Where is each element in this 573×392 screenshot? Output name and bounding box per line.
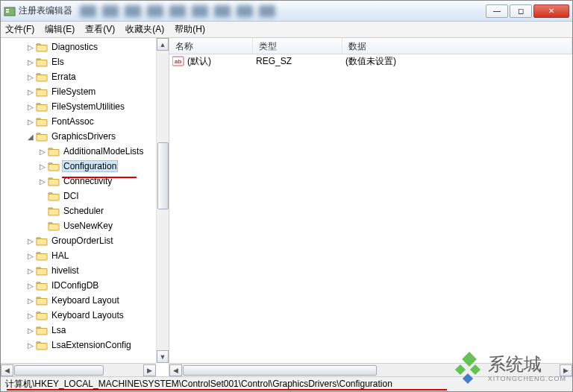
tree-label: IDConfigDB — [50, 280, 100, 291]
column-type[interactable]: 类型 — [253, 38, 342, 54]
expander-icon[interactable]: ▷ — [26, 117, 35, 126]
list-scroll-left-arrow[interactable]: ◀ — [169, 364, 182, 376]
menu-help[interactable]: 帮助(H) — [175, 23, 205, 36]
tree-node-diagnostics[interactable]: ▷Diagnostics — [2, 39, 169, 54]
tree-horizontal-scrollbar[interactable]: ◀ ▶ — [1, 363, 156, 376]
titlebar-blur — [80, 5, 484, 17]
tree-label: GraphicsDrivers — [50, 131, 117, 142]
scroll-down-arrow[interactable]: ▼ — [157, 350, 169, 363]
scroll-left-arrow[interactable]: ◀ — [1, 364, 13, 376]
close-button[interactable]: ✕ — [533, 4, 569, 18]
list-body[interactable]: ab (默认) REG_SZ (数值未设置) — [169, 54, 572, 363]
tree-label: FileSystem — [50, 86, 97, 97]
tree-label: DCI — [62, 191, 81, 201]
cell-data: (数值未设置) — [345, 55, 396, 68]
tree-node-els[interactable]: ▷Els — [2, 54, 169, 69]
statusbar: 计算机\HKEY_LOCAL_MACHINE\SYSTEM\ControlSet… — [1, 376, 572, 391]
tree-label: hivelist — [50, 265, 81, 276]
svg-rect-1 — [6, 9, 9, 10]
expander-icon[interactable]: ▷ — [26, 341, 35, 350]
tree-label: Keyboard Layouts — [50, 310, 125, 320]
tree-node-scheduler[interactable]: Scheduler — [2, 203, 169, 218]
menu-view[interactable]: 查看(V) — [85, 23, 115, 36]
minimize-button[interactable]: — — [486, 4, 508, 18]
client-area: ▷Diagnostics▷Els▷Errata▷FileSystem▷FileS… — [1, 38, 572, 376]
tree-node-grouporderlist[interactable]: ▷GroupOrderList — [2, 233, 169, 248]
tree-label: FontAssoc — [50, 116, 96, 127]
tree-node-filesystem[interactable]: ▷FileSystem — [2, 84, 169, 99]
expander-icon[interactable]: ▷ — [26, 281, 35, 290]
string-value-icon: ab — [172, 56, 184, 66]
tree-node-idconfigdb[interactable]: ▷IDConfigDB — [2, 278, 169, 293]
expander-icon[interactable] — [38, 192, 47, 200]
expander-icon[interactable]: ▷ — [38, 162, 47, 171]
svg-text:ab: ab — [175, 58, 181, 65]
scroll-right-arrow[interactable]: ▶ — [143, 364, 156, 376]
list-row[interactable]: ab (默认) REG_SZ (数值未设置) — [169, 54, 572, 68]
tree-pane: ▷Diagnostics▷Els▷Errata▷FileSystem▷FileS… — [1, 38, 169, 376]
tree-label: FileSystemUtilities — [50, 101, 126, 112]
tree-node-hivelist[interactable]: ▷hivelist — [2, 263, 169, 278]
expander-icon[interactable] — [38, 221, 47, 230]
tree-node-dci[interactable]: DCI — [2, 189, 169, 203]
expander-icon[interactable]: ▷ — [26, 72, 35, 81]
list-pane: 名称 类型 数据 ab (默认) REG_SZ (数值未设置) ◀ ▶ — [169, 38, 572, 376]
scroll-up-arrow[interactable]: ▲ — [157, 38, 169, 51]
expander-icon[interactable]: ▷ — [26, 266, 35, 275]
menu-favorites[interactable]: 收藏夹(A) — [125, 23, 164, 36]
tree-label: Scheduler — [62, 206, 105, 216]
tree-node-lsa[interactable]: ▷Lsa — [2, 323, 169, 338]
expander-icon[interactable]: ▷ — [26, 326, 35, 335]
tree-node-additionalmodelists[interactable]: ▷AdditionalModeLists — [2, 144, 169, 159]
tree-node-graphicsdrivers[interactable]: ◢GraphicsDrivers — [2, 129, 169, 144]
tree-node-lsaextensionconfig[interactable]: ▷LsaExtensionConfig — [2, 338, 169, 353]
tree-label: GroupOrderList — [50, 235, 115, 246]
cell-name: (默认) — [187, 55, 256, 68]
tree-vertical-scrollbar[interactable]: ▲ ▼ — [156, 38, 169, 363]
list-scroll-right-arrow[interactable]: ▶ — [560, 364, 572, 376]
expander-icon[interactable]: ▷ — [26, 42, 35, 51]
expander-icon[interactable] — [38, 206, 47, 215]
registry-tree[interactable]: ▷Diagnostics▷Els▷Errata▷FileSystem▷FileS… — [1, 38, 169, 354]
expander-icon[interactable]: ▷ — [26, 296, 35, 305]
list-header: 名称 类型 数据 — [169, 38, 572, 54]
expander-icon[interactable]: ▷ — [26, 57, 35, 66]
expander-icon[interactable]: ▷ — [38, 147, 47, 156]
tree-label: Lsa — [50, 325, 67, 335]
titlebar: 注册表编辑器 — ◻ ✕ — [1, 1, 572, 22]
tree-node-errata[interactable]: ▷Errata — [2, 69, 169, 84]
menu-file[interactable]: 文件(F) — [5, 23, 34, 36]
expander-icon[interactable]: ▷ — [26, 236, 35, 245]
svg-rect-2 — [6, 11, 9, 13]
tree-label: UseNewKey — [62, 221, 114, 231]
expander-icon[interactable]: ▷ — [26, 311, 35, 320]
tree-node-hal[interactable]: ▷HAL — [2, 248, 169, 263]
expander-icon[interactable]: ▷ — [38, 177, 47, 186]
window-title: 注册表编辑器 — [19, 4, 72, 17]
scroll-thumb[interactable] — [157, 142, 169, 209]
tree-label: Keyboard Layout — [50, 295, 121, 306]
expander-icon[interactable]: ▷ — [26, 87, 35, 96]
menubar: 文件(F) 编辑(E) 查看(V) 收藏夹(A) 帮助(H) — [1, 22, 572, 38]
tree-label: Configuration — [62, 160, 118, 172]
tree-node-keyboard-layout[interactable]: ▷Keyboard Layout — [2, 293, 169, 308]
expander-icon[interactable]: ▷ — [26, 102, 35, 111]
tree-label: Diagnostics — [50, 42, 99, 52]
menu-edit[interactable]: 编辑(E) — [45, 23, 75, 36]
maximize-button[interactable]: ◻ — [510, 4, 532, 18]
tree-label: HAL — [50, 250, 70, 261]
tree-label: Errata — [50, 72, 78, 82]
tree-node-filesystemutilities[interactable]: ▷FileSystemUtilities — [2, 99, 169, 114]
expander-icon[interactable]: ▷ — [26, 251, 35, 260]
tree-node-connectivity[interactable]: ▷Connectivity — [2, 174, 169, 189]
list-horizontal-scrollbar[interactable]: ◀ ▶ — [169, 363, 572, 376]
hscroll-thumb[interactable] — [14, 365, 104, 376]
tree-node-usenewkey[interactable]: UseNewKey — [2, 218, 169, 233]
tree-node-fontassoc[interactable]: ▷FontAssoc — [2, 114, 169, 129]
column-name[interactable]: 名称 — [169, 38, 253, 54]
tree-node-keyboard-layouts[interactable]: ▷Keyboard Layouts — [2, 308, 169, 323]
tree-node-configuration[interactable]: ▷Configuration — [2, 159, 169, 174]
list-hscroll-thumb[interactable] — [183, 365, 377, 376]
column-data[interactable]: 数据 — [342, 38, 572, 54]
expander-icon[interactable]: ◢ — [26, 132, 35, 141]
